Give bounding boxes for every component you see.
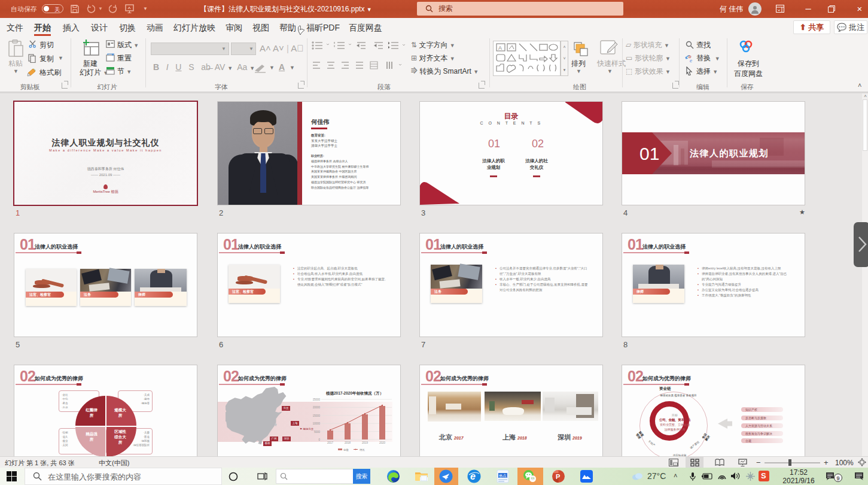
svg-text:A: A [498, 45, 502, 51]
svg-text:热点: 热点 [499, 474, 507, 478]
svg-text:15000: 15000 [313, 414, 320, 417]
svg-text:P: P [556, 473, 560, 480]
svg-text:2019: 2019 [362, 441, 368, 444]
svg-text:5000: 5000 [314, 431, 321, 434]
svg-text:10000: 10000 [313, 422, 320, 425]
svg-text:2018: 2018 [345, 441, 351, 444]
svg-text:创收: 创收 [343, 448, 349, 451]
svg-text:c: c [690, 58, 692, 63]
svg-text:2017: 2017 [327, 441, 334, 444]
svg-text:0: 0 [318, 438, 320, 441]
svg-text:2020: 2020 [379, 441, 386, 444]
svg-text:20000: 20000 [313, 406, 320, 409]
svg-text:25000: 25000 [313, 398, 320, 401]
svg-text:增长: 增长 [359, 448, 366, 451]
